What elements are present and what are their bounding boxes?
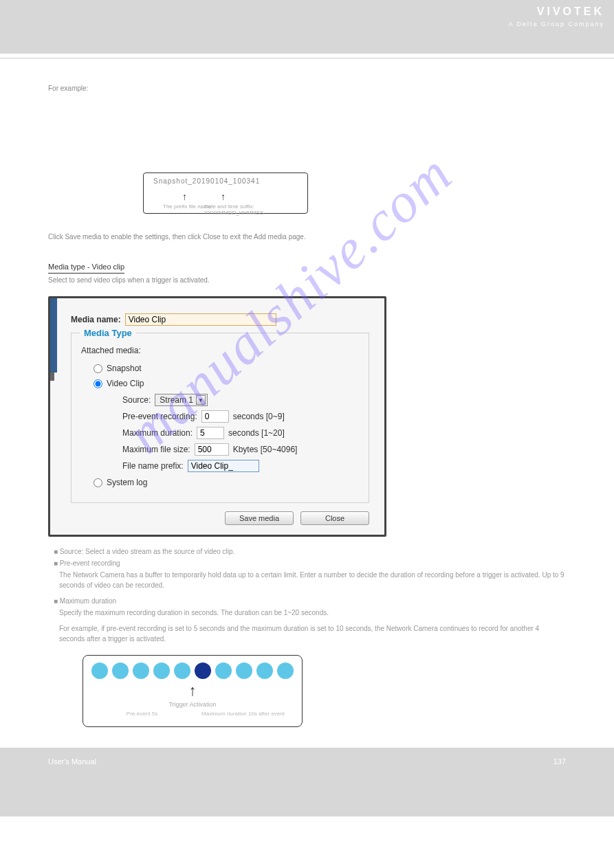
option-snapshot[interactable]: Snapshot xyxy=(94,364,359,373)
source-label: Source: xyxy=(122,395,151,405)
header-bar: VIVOTEK A Delta Group Company xyxy=(0,0,614,54)
fieldset-legend: Media Type xyxy=(80,328,136,338)
filename-example-box: Snapshot_20190104_100341 ↑ ↑ The prefix … xyxy=(143,173,308,214)
source-select[interactable]: Stream 1 ▼ xyxy=(155,394,208,406)
option-video-clip[interactable]: Video Clip xyxy=(94,379,359,388)
section-title-video-clip: Media type - Video clip xyxy=(48,263,124,274)
post-event-span-label: Maximum duration 10s after event xyxy=(193,711,294,717)
video-clip-options-desc: ■ Source: Select a video stream as the s… xyxy=(48,546,566,644)
timeline-dot xyxy=(256,663,273,679)
arrow-label-suffix: Date and time suffix: YYYYMMDD_HHMMSS xyxy=(204,203,307,216)
bullet-source: ■ Source: Select a video stream as the s… xyxy=(54,546,566,557)
timeline-dot xyxy=(174,663,190,679)
timeline-dots xyxy=(91,663,294,679)
timeline-dot xyxy=(236,663,252,679)
arrow-up-icon: ↑ xyxy=(189,682,197,699)
section-subtitle-video-clip: Select to send video clips when a trigge… xyxy=(48,276,566,284)
pre-event-span-label: Pre-event 5s xyxy=(91,711,193,717)
timeline-dot xyxy=(215,663,232,679)
example-filename: Snapshot_20190104_100341 xyxy=(153,177,260,185)
timeline-dot xyxy=(277,663,294,679)
bullet-pre-event: ■ Pre-event recording xyxy=(54,558,566,568)
timeline-dot xyxy=(112,663,129,679)
radio-snapshot[interactable] xyxy=(94,364,102,373)
radio-system-log[interactable] xyxy=(94,478,102,487)
radio-system-log-label: System log xyxy=(107,478,147,487)
snapshot-save-desc: Click Save media to enable the settings,… xyxy=(48,232,566,242)
timeline-dot xyxy=(133,663,149,679)
pre-event-input[interactable] xyxy=(201,410,229,423)
media-name-label: Media name: xyxy=(71,315,121,324)
radio-snapshot-label: Snapshot xyxy=(107,364,142,373)
bullet-max-duration: ■ Maximum duration xyxy=(54,596,566,606)
pre-event-unit: seconds [0~9] xyxy=(233,412,285,421)
arrow-up-icon: ↑ xyxy=(221,191,226,202)
footer-manual-label: User's Manual xyxy=(48,757,96,766)
option-system-log[interactable]: System log xyxy=(94,478,359,487)
brand-logo: VIVOTEK xyxy=(537,5,604,18)
attached-media-label: Attached media: xyxy=(81,346,359,355)
prefix-label: File name prefix: xyxy=(122,461,184,471)
max-size-input[interactable] xyxy=(195,443,229,456)
max-duration-label: Maximum duration: xyxy=(122,428,193,438)
max-size-unit: Kbytes [50~4096] xyxy=(233,445,298,454)
arrow-up-icon: ↑ xyxy=(182,191,187,202)
dialog-accent xyxy=(50,372,54,381)
brand-tagline: A Delta Group Company xyxy=(508,21,604,27)
max-size-label: Maximum file size: xyxy=(122,445,190,454)
save-media-button[interactable]: Save media xyxy=(225,511,294,525)
timeline-dot xyxy=(91,663,108,679)
close-button[interactable]: Close xyxy=(300,511,369,525)
trigger-activation-label: Trigger Activation xyxy=(91,701,294,708)
footer-bar: User's Manual 137 xyxy=(0,748,614,816)
desc-example: For example, if pre-event recording is s… xyxy=(59,623,566,644)
source-select-value: Stream 1 xyxy=(157,395,196,405)
radio-video-clip-label: Video Clip xyxy=(107,379,144,388)
desc-pre-event: The Network Camera has a buffer to tempo… xyxy=(59,570,566,590)
max-duration-unit: seconds [1~20] xyxy=(228,428,285,438)
intro-text: For example: xyxy=(48,85,566,92)
media-dialog: Media name: Media Type Attached media: S… xyxy=(48,296,386,537)
prefix-input[interactable] xyxy=(188,460,259,472)
page-body: manualshive.com For example: Snapshot_20… xyxy=(0,58,614,727)
timeline-trigger-dot xyxy=(195,663,211,679)
footer-page-number: 137 xyxy=(553,757,566,766)
timeline-dot xyxy=(153,663,170,679)
radio-video-clip[interactable] xyxy=(94,379,102,388)
pre-event-label: Pre-event recording: xyxy=(122,412,197,421)
max-duration-input[interactable] xyxy=(197,427,224,439)
dialog-accent xyxy=(50,298,57,372)
desc-max-duration: Specify the maximum recording duration i… xyxy=(59,608,566,618)
media-name-input[interactable] xyxy=(125,313,276,326)
media-type-fieldset: Media Type Attached media: Snapshot Vide… xyxy=(71,333,369,503)
timeline-diagram-box: ↑ Trigger Activation Pre-event 5s Maximu… xyxy=(83,655,303,727)
chevron-down-icon: ▼ xyxy=(196,395,206,405)
